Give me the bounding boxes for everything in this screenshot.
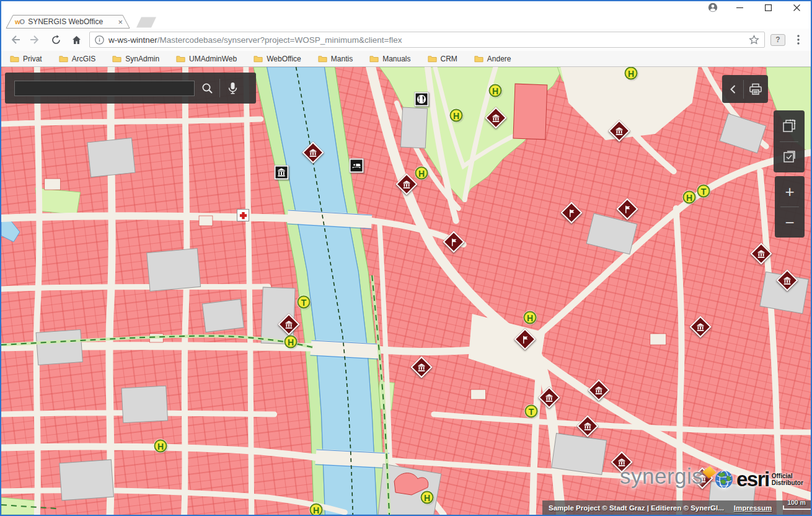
synergis-logo: synergis xyxy=(620,464,714,489)
minimize-button[interactable] xyxy=(725,1,754,14)
folder-icon xyxy=(112,55,121,63)
divider xyxy=(780,207,799,207)
extension-button[interactable]: ? xyxy=(770,34,785,46)
museum-poi-marker[interactable] xyxy=(485,107,506,128)
folder-icon xyxy=(176,55,185,63)
museum-poi-marker[interactable] xyxy=(689,316,711,337)
bus-stop-marker[interactable]: H xyxy=(310,504,323,515)
museum-poi-marker[interactable] xyxy=(750,242,772,264)
bookmarks-bar: PrivatArcGISSynAdminUMAdminWebWebOfficeM… xyxy=(1,51,811,67)
pharmacy-poi-marker[interactable] xyxy=(237,209,249,221)
weboffice-favicon: wO xyxy=(15,18,24,25)
bookmark-star-icon[interactable] xyxy=(749,35,759,45)
scale-line xyxy=(783,505,811,510)
sight-poi-marker[interactable] xyxy=(514,328,536,350)
bus-stop-marker[interactable]: H xyxy=(415,167,428,180)
esri-logo: esri Official Distributor xyxy=(714,468,803,491)
microphone-icon xyxy=(227,82,238,94)
browser-toolbar: w-ws-wintner/Mastercodebase/synserver?pr… xyxy=(1,29,811,51)
zoom-out-button[interactable]: − xyxy=(785,215,794,231)
tab-close-icon[interactable]: × xyxy=(115,18,125,26)
bus-stop-marker[interactable]: H xyxy=(154,440,167,453)
zoom-in-button[interactable]: + xyxy=(785,184,794,200)
flag-icon xyxy=(520,334,530,344)
bus-stop-marker[interactable]: H xyxy=(285,336,298,349)
status-bar: Sample Project © Stadt Graz | Editieren … xyxy=(542,500,811,515)
museum-poi-marker[interactable] xyxy=(278,313,299,335)
sight-poi-marker[interactable] xyxy=(616,198,638,220)
museum-poi-marker[interactable] xyxy=(275,166,289,180)
bus-stop-marker[interactable]: H xyxy=(421,491,434,504)
museum-icon xyxy=(402,179,412,189)
print-button[interactable] xyxy=(744,78,767,100)
bus-stop-marker[interactable]: H xyxy=(625,67,638,80)
search-button[interactable] xyxy=(195,77,219,99)
bookmark-umadminweb[interactable]: UMAdminWeb xyxy=(176,55,237,63)
search-input[interactable] xyxy=(14,81,195,96)
bookmark-synadmin[interactable]: SynAdmin xyxy=(112,55,159,63)
esri-logo-text: esri xyxy=(736,468,769,491)
museum-icon xyxy=(544,393,554,403)
museum-icon xyxy=(756,249,766,259)
museum-poi-marker[interactable] xyxy=(776,269,798,291)
reload-icon[interactable] xyxy=(48,32,63,47)
close-button[interactable] xyxy=(782,1,811,14)
url-text[interactable]: w-ws-wintner/Mastercodebase/synserver?pr… xyxy=(108,35,744,45)
museum-poi-marker[interactable] xyxy=(588,379,609,401)
hotel-poi-marker[interactable] xyxy=(350,159,364,173)
museum-poi-marker[interactable] xyxy=(538,386,560,408)
bookmark-manuals[interactable]: Manuals xyxy=(369,55,410,63)
bus-stop-marker[interactable]: H xyxy=(683,191,696,204)
toolbar-panel xyxy=(722,75,768,103)
museum-icon xyxy=(276,167,287,178)
layer-list-icon xyxy=(782,149,797,164)
bookmark-weboffice[interactable]: WebOffice xyxy=(254,55,301,63)
sight-poi-marker[interactable] xyxy=(560,202,582,223)
map-area: HHHHHHHHHHTTT xyxy=(1,67,811,515)
address-bar[interactable]: w-ws-wintner/Mastercodebase/synserver?pr… xyxy=(89,32,765,48)
museum-icon xyxy=(417,362,426,372)
restaurant-poi-marker[interactable] xyxy=(415,92,429,107)
museum-poi-marker[interactable] xyxy=(302,141,324,163)
info-icon[interactable] xyxy=(95,35,104,45)
folder-icon xyxy=(369,55,379,63)
museum-poi-marker[interactable] xyxy=(410,356,432,378)
cross-icon xyxy=(239,211,248,220)
profile-icon[interactable] xyxy=(700,1,725,14)
scale-label: 100 m xyxy=(787,499,806,506)
museum-poi-marker[interactable] xyxy=(576,415,598,437)
bookmark-crm[interactable]: CRM xyxy=(428,55,457,63)
collapse-panel-button[interactable] xyxy=(723,78,742,100)
forward-icon[interactable] xyxy=(28,32,43,47)
back-icon[interactable] xyxy=(7,32,22,47)
layer-list-button[interactable] xyxy=(777,146,801,168)
divider xyxy=(743,80,744,99)
museum-icon xyxy=(284,319,294,329)
tram-stop-marker[interactable]: T xyxy=(697,185,710,198)
tram-stop-marker[interactable]: T xyxy=(298,296,311,309)
bookmark-andere[interactable]: Andere xyxy=(474,55,511,63)
basemap-button[interactable] xyxy=(777,115,801,137)
new-tab-button[interactable] xyxy=(136,17,156,28)
museum-poi-marker[interactable] xyxy=(608,120,630,141)
bookmark-privat[interactable]: Privat xyxy=(10,55,42,63)
voice-search-button[interactable] xyxy=(220,77,245,99)
impressum-link[interactable]: Impressum xyxy=(734,504,772,512)
sight-poi-marker[interactable] xyxy=(443,231,464,252)
flag-icon xyxy=(449,237,459,247)
home-icon[interactable] xyxy=(69,32,84,47)
maximize-button[interactable] xyxy=(754,1,782,14)
divider xyxy=(780,141,798,142)
tram-stop-marker[interactable]: T xyxy=(525,405,538,418)
bus-stop-marker[interactable]: H xyxy=(524,311,537,324)
bus-stop-marker[interactable]: H xyxy=(450,109,463,122)
bookmark-mantis[interactable]: Mantis xyxy=(318,55,353,63)
folder-icon xyxy=(474,55,483,63)
bookmark-arcgis[interactable]: ArcGIS xyxy=(59,55,96,63)
folder-icon xyxy=(59,55,68,63)
tab-synergis-weboffice[interactable]: wO SYNERGIS WebOffice × xyxy=(15,16,125,27)
menu-dots-icon[interactable] xyxy=(791,32,806,47)
bus-stop-marker[interactable]: H xyxy=(489,84,502,97)
museum-poi-marker[interactable] xyxy=(395,173,417,195)
tools-panel xyxy=(774,110,805,172)
